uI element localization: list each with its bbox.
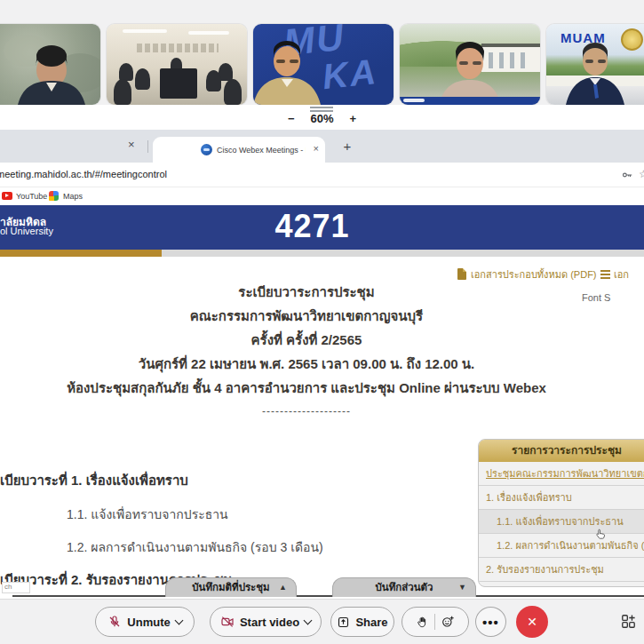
tab-label: บันทึกส่วนตัว <box>376 582 433 592</box>
clipped-tab-fragment: ch <box>2 582 30 593</box>
filmstrip-zoom-row: −60%+ <box>0 105 644 130</box>
participant-silhouette <box>400 24 540 105</box>
bookmarks-bar: YouTube Maps <box>0 187 644 205</box>
video-thumbnail-participant-2[interactable]: MU KA <box>253 24 394 105</box>
collapse-arrow-icon[interactable]: ▲ <box>279 578 287 597</box>
agenda-section-1: เบียบวาระที่ 1. เรื่องแจ้งเพื่อทราบ <box>0 470 188 491</box>
agenda-title-line: ห้องประชุมสกุลกันภัย ชั้น 4 อาคารอำนวยกา… <box>0 376 644 400</box>
agenda-sidebar-panel: รายการวาระการประชุม ประชุมคณะกรรมการพัฒน… <box>478 439 644 587</box>
attendee <box>224 79 242 105</box>
sidebar-item-1-1[interactable]: 1.1. แจ้งเพื่อทราบจากประธาน <box>479 510 644 534</box>
video-thumbnail-participant-1[interactable] <box>0 24 100 105</box>
divider <box>434 614 435 630</box>
video-nameplate <box>400 97 540 105</box>
participant-silhouette <box>253 24 394 105</box>
new-tab-button[interactable]: + <box>338 137 357 156</box>
video-filmstrip: MU KA <box>0 0 644 130</box>
webex-browser-window: MU KA <box>0 0 644 644</box>
attendee <box>206 70 221 91</box>
tab-label: บันทึกมติที่ประชุม <box>192 582 269 592</box>
zoom-in-button[interactable]: + <box>350 112 357 125</box>
bookmark-label: Maps <box>63 192 83 201</box>
bookmark-maps[interactable]: Maps <box>49 190 93 203</box>
muted-microphone-icon <box>107 615 122 629</box>
video-thumbnail-participant-4[interactable]: MUAM <box>546 24 644 105</box>
note-panel-edge <box>12 595 644 597</box>
attendee <box>114 79 131 105</box>
wall-banner <box>137 44 219 52</box>
ceiling-light <box>123 29 167 33</box>
participant-silhouette <box>0 24 100 105</box>
agenda-title-line: ครั้งที่ ครั้งที่ 2/2565 <box>0 328 644 352</box>
agenda-item-1-1: 1.1. แจ้งเพื่อทราบจากประธาน <box>67 505 228 524</box>
video-thumbnail-meeting-room[interactable] <box>107 24 247 105</box>
agenda-title-line: ระเบียบวาระการประชุม <box>0 280 644 304</box>
agenda-item-1-2: 1.2. ผลการดำเนินงานตามพันธกิจ (รอบ 3 เดื… <box>67 537 323 557</box>
ellipsis-icon: ••• <box>482 615 499 630</box>
webex-favicon <box>201 144 212 155</box>
camera-off-icon <box>220 615 235 629</box>
sidebar-item-2[interactable]: 2. รับรองรายงานการประชุม <box>479 558 644 582</box>
sidebar-meeting-link[interactable]: ประชุมคณะกรรมการพัฒนาวิทยาเขตกาญ <box>479 462 644 486</box>
header-accent-bar <box>0 250 644 257</box>
mahidol-site-header: าลัยมหิดล ol University 4271 <box>0 205 644 250</box>
reactions-smiley-icon[interactable] <box>441 615 455 629</box>
bookmark-label: YouTube <box>16 192 47 201</box>
leave-meeting-button[interactable]: ✕ <box>516 606 548 638</box>
tab-divider <box>147 140 148 153</box>
unmute-label: Unmute <box>127 616 170 629</box>
agenda-title-line: วันศุกร์ที่ 22 เมษายน พ.ศ. 2565 เวลา 09.… <box>0 352 644 376</box>
zoom-level: 60% <box>310 112 333 125</box>
share-button[interactable]: Share <box>330 607 394 637</box>
browser-tab-strip: × Cisco Webex Meetings - Meetin × + <box>0 130 644 163</box>
raise-hand-icon[interactable] <box>416 616 429 629</box>
attendee <box>119 63 133 81</box>
share-label: Share <box>355 616 387 629</box>
sidebar-item-1[interactable]: 1. เรื่องแจ้งเพื่อทราบ <box>479 486 644 510</box>
password-key-icon[interactable] <box>621 169 633 181</box>
close-x-icon: ✕ <box>527 615 537 629</box>
tab-title: Cisco Webex Meetings - Meetin <box>217 144 306 156</box>
hand-cursor-icon <box>594 528 608 542</box>
webex-control-bar: Unmute Start video Share <box>0 599 644 644</box>
room-display <box>160 68 197 99</box>
close-tab-icon[interactable]: × <box>128 138 135 151</box>
url-text[interactable]: meeting.mahidol.ac.th/#/meetingcontrol <box>0 169 210 179</box>
meeting-number: 4271 <box>0 208 624 245</box>
share-screen-icon <box>337 616 350 629</box>
tab-webex-meetings[interactable]: Cisco Webex Meetings - Meetin × <box>153 137 325 163</box>
participant-silhouette <box>546 24 644 105</box>
close-tab-icon[interactable]: × <box>314 143 319 154</box>
chevron-down-icon[interactable] <box>174 616 183 624</box>
ceiling-light <box>188 31 229 35</box>
start-video-label: Start video <box>240 616 299 629</box>
address-bar[interactable]: meeting.mahidol.ac.th/#/meetingcontrol ☆ <box>0 163 644 187</box>
pdf-file-icon <box>457 268 466 280</box>
video-thumbnail-participant-3[interactable] <box>400 24 540 105</box>
attendee <box>135 68 150 90</box>
list-icon <box>600 270 610 279</box>
bookmark-youtube[interactable]: YouTube <box>2 190 48 203</box>
agenda-title-line: คณะกรรมการพัฒนาวิทยาเขตกาญจนบุรี <box>0 304 644 328</box>
maps-icon <box>49 191 59 201</box>
separator-dashes: -------------------- <box>0 400 644 419</box>
meeting-minutes-tab[interactable]: บันทึกมติที่ประชุม ▲ <box>165 577 297 597</box>
youtube-icon <box>2 192 12 200</box>
sidebar-item-1-2[interactable]: 1.2. ผลการดำเนินงานตามพันธกิจ (รอบ <box>479 534 644 558</box>
more-options-button[interactable]: ••• <box>475 607 506 637</box>
expand-arrow-icon[interactable]: ▼ <box>458 578 466 597</box>
reactions-group <box>402 607 469 637</box>
unmute-button[interactable]: Unmute <box>95 607 195 637</box>
chevron-down-icon[interactable] <box>304 616 313 624</box>
agenda-title-block: ระเบียบวาระการประชุม คณะกรรมการพัฒนาวิทย… <box>0 280 644 419</box>
zoom-out-button[interactable]: − <box>288 112 295 125</box>
apps-panel-icon[interactable] <box>620 613 637 630</box>
bookmark-star-icon[interactable]: ☆ <box>639 168 644 180</box>
sidebar-title: รายการวาระการประชุม <box>479 440 644 462</box>
start-video-button[interactable]: Start video <box>210 607 322 637</box>
personal-notes-tab[interactable]: บันทึกส่วนตัว ▼ <box>332 577 476 597</box>
